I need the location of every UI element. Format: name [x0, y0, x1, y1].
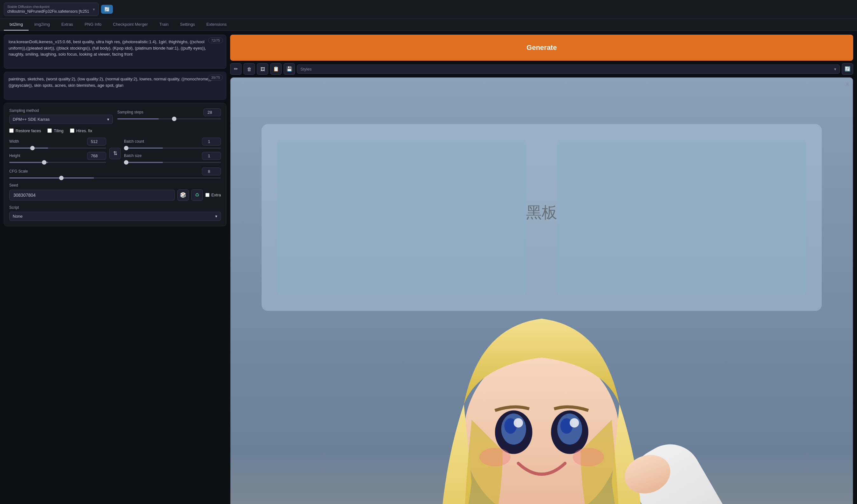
seed-row: 🎲 ♻ Extra — [9, 189, 221, 201]
cfg-scale-label: CFG Scale — [9, 169, 28, 173]
height-group: Height — [9, 152, 106, 163]
checkboxes-row: Restore faces Tiling Hires. fix — [9, 129, 221, 133]
svg-point-36 — [480, 448, 510, 467]
script-label: Script — [9, 205, 221, 210]
negative-prompt-input[interactable]: paintings, sketches, (worst quality:2), … — [4, 72, 226, 99]
swap-dimensions-button[interactable]: ⇅ — [110, 148, 121, 159]
randomize-seed-button[interactable]: 🎲 — [178, 189, 189, 201]
chevron-down-icon: ▾ — [215, 214, 217, 219]
chevron-down-icon: ▾ — [107, 117, 110, 122]
generate-button[interactable]: Generate — [230, 35, 853, 61]
tabs-bar: txt2img img2img Extras PNG Info Checkpoi… — [0, 19, 857, 31]
right-column: Generate ✏ 🗑 🖼 📋 💾 Styles ▾ 🔄 ✕ — [230, 35, 853, 504]
sampling-steps-slider[interactable] — [117, 118, 221, 119]
chevron-down-icon: ▾ — [93, 7, 95, 12]
tab-settings[interactable]: Settings — [174, 19, 201, 31]
seed-label: Seed — [9, 183, 221, 187]
generate-controls: Generate ✏ 🗑 🖼 📋 💾 Styles ▾ 🔄 — [230, 35, 853, 75]
tab-extras[interactable]: Extras — [56, 19, 79, 31]
svg-point-34 — [514, 418, 523, 427]
sampling-row: Sampling method DPM++ SDE Karras ▾ Sampl… — [9, 108, 221, 124]
height-slider[interactable] — [9, 162, 106, 163]
image-output-panel: ✕ — [230, 77, 853, 504]
extra-seed-label: Extra — [212, 192, 221, 197]
hires-fix-input[interactable] — [70, 129, 74, 133]
script-dropdown[interactable]: None ▾ — [9, 212, 221, 221]
positive-prompt-input[interactable]: lora:koreanDollLikeness_v15:0.66, best q… — [4, 35, 226, 67]
tiling-checkbox[interactable]: Tiling — [47, 129, 64, 133]
seed-input[interactable] — [9, 190, 175, 201]
refresh-styles-button[interactable]: 🔄 — [842, 63, 853, 75]
styles-dropdown[interactable]: Styles ▾ — [297, 65, 840, 74]
script-section: Script None ▾ — [9, 205, 221, 221]
tab-png-info[interactable]: PNG Info — [79, 19, 107, 31]
image-style-button[interactable]: 🖼 — [257, 63, 268, 75]
batch-count-group: Batch count — [124, 138, 221, 149]
cfg-scale-group: CFG Scale — [9, 167, 221, 179]
positive-prompt-counter: 72/75 — [208, 37, 223, 43]
cfg-scale-slider[interactable] — [9, 177, 221, 179]
recycle-seed-button[interactable]: ♻ — [191, 189, 203, 201]
clipboard-button[interactable]: 📋 — [270, 63, 282, 75]
cfg-scale-input[interactable] — [202, 167, 221, 175]
dimensions-batch-row: Width Height ⇅ — [9, 138, 221, 163]
save-style-button[interactable]: 💾 — [284, 63, 295, 75]
seed-section: Seed 🎲 ♻ Extra — [9, 183, 221, 201]
restore-faces-input[interactable] — [9, 129, 14, 133]
tiling-input[interactable] — [47, 129, 52, 133]
extra-seed-checkbox[interactable]: Extra — [205, 192, 221, 197]
batch-size-group: Batch size — [124, 152, 221, 163]
positive-prompt-wrapper: lora:koreanDollLikeness_v15:0.66, best q… — [4, 35, 226, 69]
refresh-checkpoint-button[interactable]: 🔄 — [101, 5, 113, 14]
checkpoint-dropdown[interactable]: Stable Diffusion checkpoint chilloutmix_… — [4, 2, 99, 16]
svg-point-37 — [573, 448, 604, 467]
width-slider[interactable] — [9, 148, 106, 149]
hires-fix-label: Hires. fix — [76, 129, 93, 133]
height-input[interactable] — [87, 152, 106, 160]
tab-img2img[interactable]: img2img — [29, 19, 56, 31]
sampling-method-dropdown[interactable]: DPM++ SDE Karras ▾ — [9, 115, 113, 124]
script-value: None — [13, 214, 22, 219]
settings-panel: Sampling method DPM++ SDE Karras ▾ Sampl… — [4, 103, 226, 226]
svg-rect-2 — [277, 140, 526, 296]
svg-point-35 — [570, 418, 579, 427]
batch-size-input[interactable] — [202, 152, 221, 160]
close-image-button[interactable]: ✕ — [845, 81, 850, 88]
trash-button[interactable]: 🗑 — [243, 63, 255, 75]
restore-faces-label: Restore faces — [16, 129, 41, 133]
batch-group: Batch count Batch size — [124, 138, 221, 163]
sampling-method-value: DPM++ SDE Karras — [13, 117, 50, 122]
styles-label: Styles — [300, 67, 312, 71]
tab-extensions[interactable]: Extensions — [201, 19, 232, 31]
width-group: Width — [9, 138, 106, 149]
top-bar: Stable Diffusion checkpoint chilloutmix_… — [0, 0, 857, 19]
sampling-method-group: Sampling method DPM++ SDE Karras ▾ — [9, 108, 113, 124]
sampling-method-label: Sampling method — [9, 108, 113, 113]
extra-seed-input[interactable] — [205, 193, 209, 197]
width-label: Width — [9, 139, 19, 144]
sampling-steps-input[interactable] — [203, 108, 221, 116]
negative-prompt-wrapper: paintings, sketches, (worst quality:2), … — [4, 72, 226, 100]
content-area: lora:koreanDollLikeness_v15:0.66, best q… — [0, 31, 857, 504]
negative-prompt-counter: 39/75 — [208, 75, 223, 80]
batch-count-input[interactable] — [202, 138, 221, 146]
restore-faces-checkbox[interactable]: Restore faces — [9, 129, 41, 133]
sampling-steps-label: Sampling steps — [117, 110, 144, 114]
dimensions-group: Width Height — [9, 138, 106, 163]
svg-text:黑板: 黑板 — [526, 204, 557, 221]
generated-image: 黑板 — [231, 78, 853, 504]
tab-checkpoint-merger[interactable]: Checkpoint Merger — [107, 19, 153, 31]
width-input[interactable] — [87, 138, 106, 146]
tiling-label: Tiling — [54, 129, 64, 133]
batch-size-slider[interactable] — [124, 162, 221, 163]
batch-size-label: Batch size — [124, 153, 141, 158]
toolbar-row: ✏ 🗑 🖼 📋 💾 Styles ▾ 🔄 — [230, 63, 853, 75]
hires-fix-checkbox[interactable]: Hires. fix — [70, 129, 93, 133]
checkpoint-name: chilloutmix_NiPrunedFp32Fix.safetensors … — [7, 9, 89, 14]
tab-txt2img[interactable]: txt2img — [4, 19, 29, 31]
batch-count-slider[interactable] — [124, 148, 221, 149]
paint-button[interactable]: ✏ — [230, 63, 241, 75]
batch-count-label: Batch count — [124, 139, 144, 144]
chevron-down-icon: ▾ — [834, 67, 836, 71]
tab-train[interactable]: Train — [153, 19, 174, 31]
